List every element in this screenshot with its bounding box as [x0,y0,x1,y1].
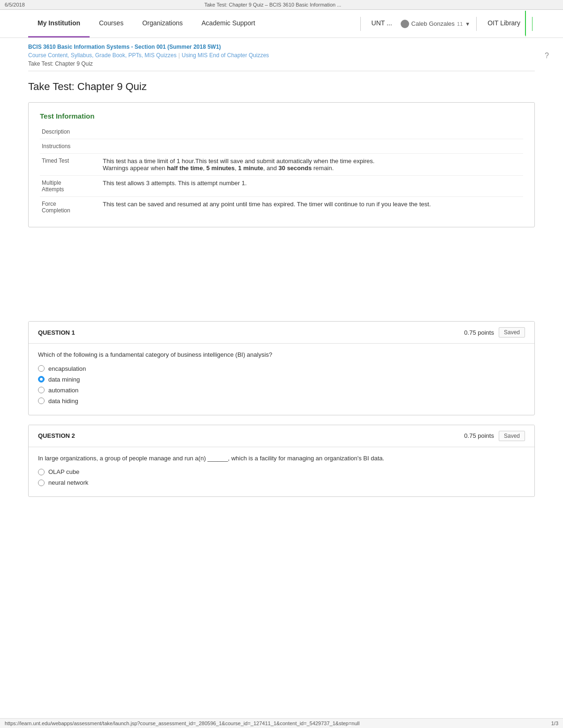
nav-right-area: UNT ... Caleb Gonzales 11 ▼ OIT Library [358,10,535,38]
nav-item-unt[interactable]: UNT ... [367,11,397,37]
question-2-body: In large organizations, a group of peopl… [29,447,534,497]
nav-divider-3 [532,17,533,31]
user-avatar-icon [401,20,409,28]
question-2-radio-2[interactable] [38,480,45,486]
test-info-row-multiple: MultipleAttempts This test allows 3 atte… [40,176,523,197]
question-2-number: QUESTION 2 [38,432,75,439]
test-info-row-force: ForceCompletion This test can be saved a… [40,197,523,218]
breadcrumb-link-2[interactable]: Using MIS End of Chapter Quizzes [182,52,269,59]
nav-user: Caleb Gonzales 11 ▼ [401,20,471,28]
question-1-saved-badge: Saved [499,327,525,338]
test-info-row-description: Description [40,125,523,139]
question-1-option-4-label: data hiding [48,398,78,405]
question-2-points: 0.75 points [464,432,494,439]
question-1-text: Which of the following is a fundamental … [38,350,525,360]
nav-item-my-institution[interactable]: My Institution [28,10,90,38]
breadcrumb-area: BCIS 3610 Basic Information Systems - Se… [0,38,563,71]
nav-item-library[interactable]: OIT Library [483,11,526,37]
page-content: Take Test: Chapter 9 Quiz Test Informati… [0,71,563,525]
question-1-section: QUESTION 1 0.75 points Saved Which of th… [28,321,535,415]
test-info-value-description [101,125,523,139]
question-1-radio-4[interactable] [38,398,45,404]
nav-bar: My Institution Courses Organizations Aca… [0,10,563,38]
nav-item-organizations[interactable]: Organizations [133,10,192,38]
question-2-header: QUESTION 2 0.75 points Saved [29,425,534,447]
user-count: 11 [457,21,463,27]
question-2-radio-1[interactable] [38,469,45,475]
question-1-radio-2[interactable] [38,376,45,383]
test-info-label-instructions: Instructions [40,139,101,154]
test-info-label-force: ForceCompletion [40,197,101,218]
page-title: Take Test: Chapter 9 Quiz [28,81,535,93]
question-1-option-3-label: automation [48,387,78,394]
dropdown-icon[interactable]: ▼ [465,21,470,27]
test-info-value-timed: This test has a time limit of 1 hour.Thi… [101,154,523,176]
test-info-label-multiple: MultipleAttempts [40,176,101,197]
question-1-option-1[interactable]: encapsulation [38,365,525,372]
test-info-label-description: Description [40,125,101,139]
test-info-value-instructions [101,139,523,154]
browser-bar: 6/5/2018 Take Test: Chapter 9 Quiz – BCI… [0,0,563,10]
breadcrumb-course: BCIS 3610 Basic Information Systems - Se… [28,44,535,50]
question-1-radio-3[interactable] [38,387,45,393]
question-2-option-1[interactable]: OLAP cube [38,468,525,475]
breadcrumb-link-1[interactable]: Course Content, Syllabus, Grade Book, PP… [28,52,176,59]
test-info-value-force: This test can be saved and resumed at an… [101,197,523,218]
question-2-option-1-label: OLAP cube [48,468,79,475]
question-1-option-2-label: data mining [48,376,80,383]
question-2-text: In large organizations, a group of peopl… [38,454,525,463]
test-info-table: Description Instructions Timed Test This… [40,125,523,218]
question-1-radio-1[interactable] [38,365,45,372]
question-1-points: 0.75 points [464,329,494,336]
user-name: Caleb Gonzales [411,20,455,27]
nav-item-academic-support[interactable]: Academic Support [192,10,265,38]
question-1-body: Which of the following is a fundamental … [29,344,534,415]
breadcrumb-current: Take Test: Chapter 9 Quiz [28,60,535,67]
question-2-saved-badge: Saved [499,431,525,441]
breadcrumb-separator: | [178,52,180,59]
question-2-option-2[interactable]: neural network [38,479,525,486]
question-2-option-2-label: neural network [48,479,88,486]
nav-divider-2 [476,17,477,31]
test-info-row-timed: Timed Test This test has a time limit of… [40,154,523,176]
nav-item-courses[interactable]: Courses [90,10,133,38]
question-2-points-area: 0.75 points Saved [464,431,525,441]
browser-title: Take Test: Chapter 9 Quiz – BCIS 3610 Ba… [25,2,521,8]
nav-divider-1 [360,17,361,31]
help-icon[interactable]: ? [545,52,549,60]
question-1-option-1-label: encapsulation [48,365,86,372]
test-info-row-instructions: Instructions [40,139,523,154]
question-1-option-4[interactable]: data hiding [38,398,525,405]
question-1-number: QUESTION 1 [38,329,75,336]
test-info-heading: Test Information [40,112,523,120]
question-1-option-2[interactable]: data mining [38,376,525,383]
test-info-label-timed: Timed Test [40,154,101,176]
question-2-section: QUESTION 2 0.75 points Saved In large or… [28,425,535,497]
question-1-option-3[interactable]: automation [38,387,525,394]
breadcrumb-links: Course Content, Syllabus, Grade Book, PP… [28,52,535,59]
spacer [28,237,535,321]
question-1-points-area: 0.75 points Saved [464,327,525,338]
test-info-value-multiple: This test allows 3 attempts. This is att… [101,176,523,197]
test-info-box: Test Information Description Instruction… [28,102,535,227]
browser-date: 6/5/2018 [5,2,25,8]
question-1-header: QUESTION 1 0.75 points Saved [29,322,534,344]
